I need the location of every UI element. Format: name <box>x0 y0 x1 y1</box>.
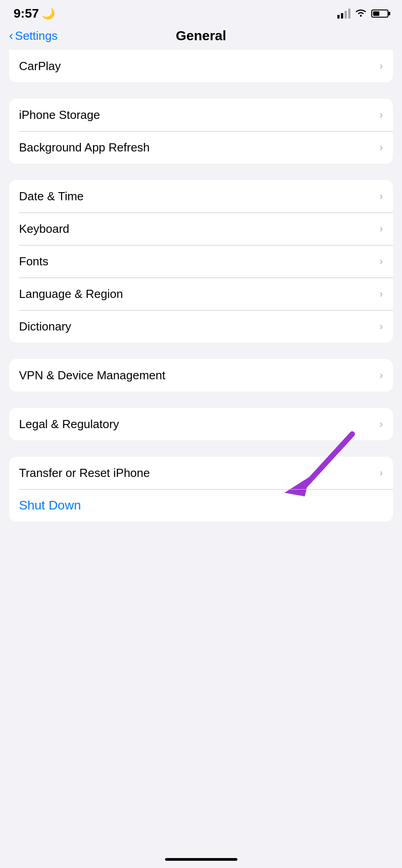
fonts-label: Fonts <box>19 255 48 269</box>
transfer-reset-label: Transfer or Reset iPhone <box>19 466 150 480</box>
shut-down-label: Shut Down <box>19 498 81 513</box>
shut-down-row[interactable]: Shut Down <box>9 489 393 522</box>
keyboard-label: Keyboard <box>19 222 69 236</box>
carplay-group: CarPlay › <box>9 50 393 82</box>
date-time-label: Date & Time <box>19 189 84 203</box>
language-region-row[interactable]: Language & Region › <box>9 278 393 310</box>
vpn-chevron-icon: › <box>379 369 383 382</box>
background-app-refresh-label: Background App Refresh <box>19 141 150 155</box>
transfer-reset-row[interactable]: Transfer or Reset iPhone › <box>9 457 393 489</box>
carplay-row[interactable]: CarPlay › <box>9 50 393 82</box>
date-time-row[interactable]: Date & Time › <box>9 180 393 212</box>
vpn-group: VPN & Device Management › <box>9 359 393 392</box>
legal-group: Legal & Regulatory › <box>9 408 393 440</box>
transfer-reset-chevron-icon: › <box>379 467 383 479</box>
legal-label: Legal & Regulatory <box>19 417 119 431</box>
back-chevron-icon: ‹ <box>9 29 13 42</box>
locale-group: Date & Time › Keyboard › Fonts › Languag… <box>9 180 393 343</box>
vpn-row[interactable]: VPN & Device Management › <box>9 359 393 392</box>
carplay-label: CarPlay <box>19 59 61 73</box>
legal-chevron-icon: › <box>379 418 383 430</box>
background-app-refresh-chevron-icon: › <box>379 141 383 154</box>
dictionary-label: Dictionary <box>19 320 71 334</box>
date-time-chevron-icon: › <box>379 190 383 203</box>
dictionary-row[interactable]: Dictionary › <box>9 310 393 343</box>
dictionary-chevron-icon: › <box>379 320 383 333</box>
storage-group: iPhone Storage › Background App Refresh … <box>9 99 393 164</box>
time-display: 9:57 <box>14 6 39 21</box>
iphone-storage-label: iPhone Storage <box>19 108 100 122</box>
keyboard-row[interactable]: Keyboard › <box>9 212 393 245</box>
fonts-chevron-icon: › <box>379 255 383 268</box>
status-time: 9:57 🌙 <box>14 6 55 21</box>
fonts-row[interactable]: Fonts › <box>9 245 393 278</box>
svg-point-0 <box>360 15 362 17</box>
battery-icon <box>371 9 388 18</box>
carplay-chevron-icon: › <box>379 60 383 72</box>
vpn-label: VPN & Device Management <box>19 368 166 382</box>
legal-row[interactable]: Legal & Regulatory › <box>9 408 393 440</box>
iphone-storage-chevron-icon: › <box>379 108 383 121</box>
background-app-refresh-row[interactable]: Background App Refresh › <box>9 131 393 164</box>
home-indicator <box>165 858 237 861</box>
keyboard-chevron-icon: › <box>379 222 383 235</box>
reset-group: Transfer or Reset iPhone › Shut Down <box>9 457 393 522</box>
language-region-label: Language & Region <box>19 287 123 301</box>
page-title: General <box>176 28 227 43</box>
language-region-chevron-icon: › <box>379 288 383 300</box>
back-label: Settings <box>15 29 57 43</box>
navigation-header: ‹ Settings General <box>0 24 402 50</box>
status-icons <box>337 8 388 19</box>
settings-content: CarPlay › iPhone Storage › Background Ap… <box>0 50 402 545</box>
status-bar: 9:57 🌙 <box>0 0 402 24</box>
signal-icon <box>337 9 350 19</box>
iphone-storage-row[interactable]: iPhone Storage › <box>9 99 393 131</box>
moon-icon: 🌙 <box>42 7 55 20</box>
wifi-icon <box>355 8 367 19</box>
back-button[interactable]: ‹ Settings <box>9 29 57 43</box>
